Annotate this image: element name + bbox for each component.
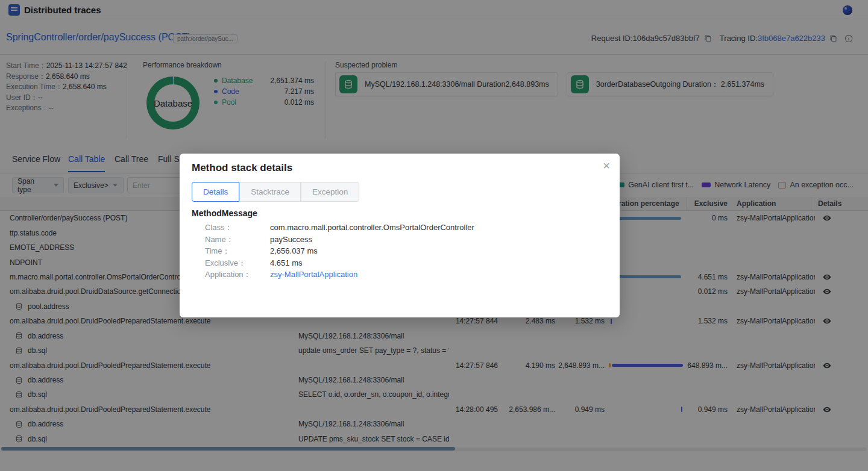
method-message-fields: Class：com.macro.mall.portal.controller.O… <box>205 222 474 281</box>
modal-title: Method stack details <box>192 162 292 174</box>
method-message-title: MethodMessage <box>192 208 257 218</box>
modal-tab-stacktrace[interactable]: Stacktrace <box>239 182 301 202</box>
distributed-traces-page: Distributed traces SpringController/orde… <box>0 0 868 471</box>
modal-tab-exception[interactable]: Exception <box>301 182 359 202</box>
application-link[interactable]: zsy-MallPortalApplication <box>270 269 357 281</box>
close-icon[interactable]: × <box>603 160 610 172</box>
field-exclusive: Exclusive：4.651 ms <box>205 257 474 269</box>
field-class: Class：com.macro.mall.portal.controller.O… <box>205 222 474 234</box>
modal-tab-details[interactable]: Details <box>192 182 239 202</box>
field-application: Application：zsy-MallPortalApplication <box>205 269 474 281</box>
field-time: Time：2,656.037 ms <box>205 245 474 257</box>
field-name: Name：paySuccess <box>205 234 474 246</box>
modal-tab-group: Details Stacktrace Exception <box>192 182 359 202</box>
method-stack-details-modal: Method stack details × Details Stacktrac… <box>180 154 620 317</box>
